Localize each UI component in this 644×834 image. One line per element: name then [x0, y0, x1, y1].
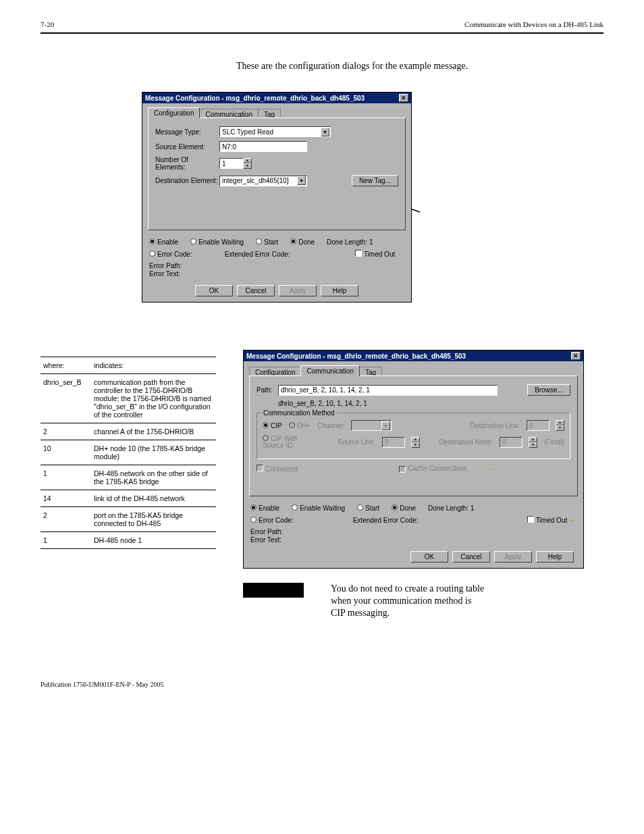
bottom-note: You do not need to create a routing tabl…: [243, 583, 603, 620]
done-radio: [392, 504, 398, 511]
page-footer: Publication 1756-UM001F-EN-P - May 2005: [41, 681, 603, 688]
status-row-1: Enable Enable Waiting Start Done Done Le…: [244, 502, 583, 514]
cancel-button[interactable]: Cancel: [452, 551, 490, 563]
left-arrow-icon: ←: [487, 465, 495, 473]
message-config-dialog-1: Message Configuration - msg_dhrio_remote…: [142, 92, 412, 303]
new-tag-button[interactable]: New Tag...: [352, 175, 398, 186]
dialog-buttons: OK Cancel Apply Help: [244, 546, 583, 568]
error-path-text-row: Error Path: Error Text:: [244, 526, 583, 546]
channel-select: ▼: [351, 420, 392, 431]
source-link-input: 0: [382, 437, 405, 448]
message-type-select[interactable]: SLC Typed Read ▼: [219, 126, 331, 137]
left-arrow-icon: ←: [569, 516, 576, 524]
error-code-radio: [149, 251, 155, 257]
start-radio: [256, 238, 262, 244]
tab-configuration[interactable]: Configuration: [148, 107, 200, 118]
start-radio: [357, 504, 363, 511]
page-title: Communicate with Devices on a DH-485 Lin…: [464, 20, 603, 28]
table-row: 10DH+ node 10 (the 1785-KA5 bridge modul…: [41, 440, 216, 465]
error-path-text-row: Error Path: Error Text:: [142, 260, 411, 280]
number-elements-label: Number Of Elements:: [155, 156, 219, 171]
source-link-spinner: ▲▼: [411, 437, 420, 448]
dialog-title: Message Configuration - msg_dhrio_remote…: [246, 353, 466, 360]
dialog-title: Message Configuration - msg_dhrio_remote…: [145, 95, 365, 102]
table-row: 1DH-485 network on the other side of the…: [41, 465, 216, 490]
done-length: Done Length: 1: [327, 238, 373, 246]
destination-element-select[interactable]: integer_slc_dh485[10] ▼: [219, 176, 307, 186]
source-element-input[interactable]: N7:0: [219, 141, 307, 152]
chevron-down-icon: ▼: [381, 421, 390, 430]
source-link-label: Source Link:: [338, 438, 375, 446]
message-type-label: Message Type:: [155, 128, 219, 136]
destination-link-input: 0: [527, 420, 549, 431]
page-header: 7-20 Communicate with Devices on a DH-48…: [41, 20, 603, 28]
path-input[interactable]: dhrio_ser_B, 2, 10, 1, 14, 2, 1: [278, 385, 498, 396]
ok-button[interactable]: OK: [195, 285, 233, 296]
connected-checkbox: [257, 465, 263, 471]
cip-with-source-id-radio: [263, 435, 269, 441]
fieldset-legend: Communication Method: [261, 409, 337, 417]
chevron-down-icon: ▼: [297, 176, 306, 185]
channel-label: Channel:: [317, 422, 344, 429]
tab-body: Message Type: SLC Typed Read ▼ Source El…: [148, 118, 406, 230]
destination-link-spinner: ▲▼: [556, 420, 564, 431]
table-header-where: where:: [41, 357, 91, 374]
extended-error: Extended Error Code:: [225, 251, 290, 258]
page-number: 7-20: [41, 20, 54, 28]
close-icon[interactable]: ✕: [399, 94, 408, 102]
message-config-dialog-2: Message Configuration - msg_dhrio_remote…: [243, 350, 584, 569]
dhp-radio: [289, 422, 295, 428]
enable-waiting-radio: [292, 504, 298, 511]
timed-out-checkbox: [527, 516, 534, 523]
table-row: 1DH-485 node 1: [41, 532, 216, 549]
extended-error: Extended Error Code:: [353, 517, 419, 524]
enable-radio: [149, 238, 155, 244]
destination-node-spinner: ▲▼: [529, 437, 537, 448]
destination-node-label: Destination Node:: [439, 438, 493, 446]
destination-element-label: Destination Element:: [155, 177, 219, 184]
apply-button: Apply: [494, 551, 532, 563]
tab-strip: Configuration Communication Tag: [244, 361, 583, 376]
cip-radio[interactable]: [263, 422, 269, 428]
redacted-box: [243, 583, 304, 598]
status-row-2: Error Code: Extended Error Code: Timed O…: [244, 514, 583, 526]
destination-link-label: Destination Link:: [470, 422, 520, 429]
number-elements-input[interactable]: 1: [219, 158, 244, 169]
titlebar: Message Configuration - msg_dhrio_remote…: [244, 350, 583, 361]
status-row-2: Error Code: Extended Error Code: Timed O…: [142, 248, 411, 260]
help-button[interactable]: Help: [536, 551, 574, 563]
path-explanation-table: where: indicates: dhrio_ser_Bcommunicati…: [41, 357, 216, 549]
publication-id: Publication 1756-UM001F-EN-P - May 2005: [41, 681, 163, 688]
intro-text: These are the configuration dialogs for …: [236, 61, 603, 72]
done-radio: [290, 238, 296, 244]
browse-button[interactable]: Browse...: [527, 384, 570, 396]
enable-waiting-radio: [190, 238, 196, 244]
timed-out-checkbox: [355, 250, 362, 257]
table-row: 2port on the 1785-KA5 bridge connected t…: [41, 507, 216, 532]
apply-button: Apply: [279, 285, 317, 296]
table-header-indicates: indicates:: [91, 357, 216, 374]
titlebar: Message Configuration - msg_dhrio_remote…: [142, 93, 411, 103]
help-button[interactable]: Help: [321, 285, 358, 296]
cache-connections-checkbox: ✓: [399, 466, 406, 473]
table-row: 14link id of the DH-485 network: [41, 490, 216, 507]
octal-label: (Octal): [544, 438, 564, 446]
status-row-1: Enable Enable Waiting Start Done Done Le…: [142, 236, 411, 248]
communication-method-fieldset: Communication Method CIP DH+ Channel: ▼ …: [257, 413, 570, 459]
tab-communication[interactable]: Communication: [300, 365, 359, 376]
cancel-button[interactable]: Cancel: [237, 285, 275, 296]
number-elements-spinner[interactable]: ▲▼: [243, 158, 252, 169]
tab-body: Path: dhrio_ser_B, 2, 10, 1, 14, 2, 1 Br…: [249, 375, 578, 496]
path-label: Path:: [257, 386, 278, 394]
close-icon[interactable]: ✕: [571, 352, 581, 360]
tab-strip: Configuration Communication Tag: [142, 103, 411, 118]
done-length: Done Length: 1: [428, 504, 474, 512]
table-row: 2channel A of the 1756-DHRIO/B: [41, 423, 216, 440]
chevron-down-icon: ▼: [321, 128, 329, 136]
dialog-buttons: OK Cancel Apply Help: [142, 280, 411, 302]
header-divider: [41, 32, 603, 34]
destination-node-input: 0: [500, 437, 522, 448]
left-arrow-icon: ←: [397, 250, 404, 258]
ok-button[interactable]: OK: [410, 551, 448, 563]
enable-radio: [250, 504, 257, 511]
